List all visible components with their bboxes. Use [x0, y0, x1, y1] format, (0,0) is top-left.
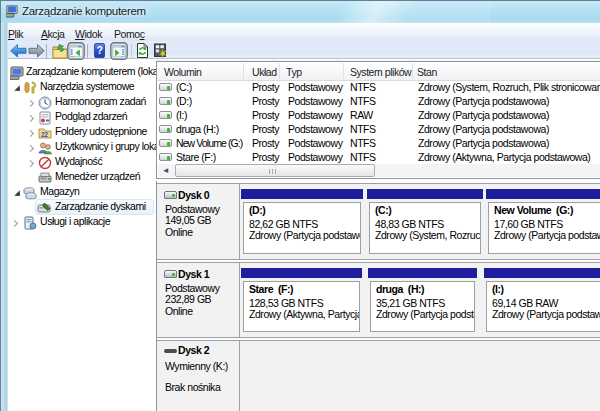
svg-text:?: ? — [97, 44, 103, 56]
svg-text:22: 22 — [41, 131, 48, 138]
